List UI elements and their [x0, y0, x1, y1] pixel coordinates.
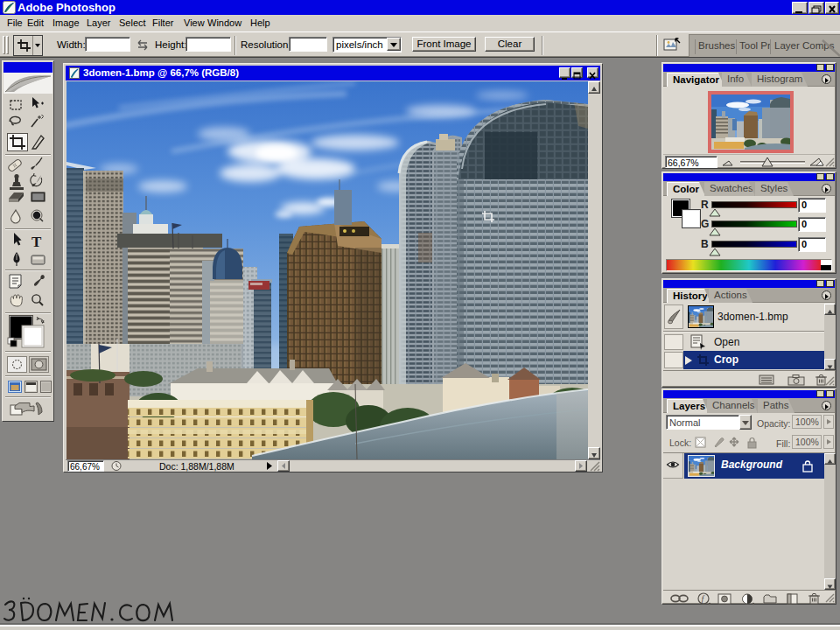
svg-text:T: T [32, 234, 42, 250]
svg-text:f: f [702, 594, 705, 604]
